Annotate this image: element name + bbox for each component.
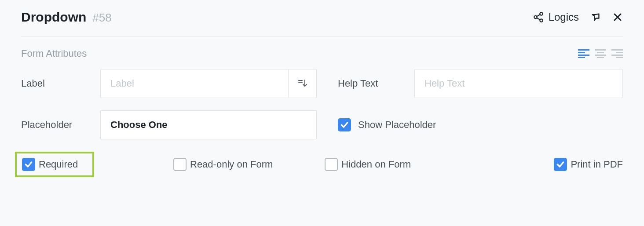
row-label-helptext: Label Help Text (21, 69, 623, 98)
helptext-field-label: Help Text (338, 78, 414, 89)
placeholder-field-label: Placeholder (21, 119, 100, 131)
placeholder-col: Placeholder (21, 110, 317, 139)
label-input-wrap (100, 69, 317, 98)
show-placeholder-label: Show Placeholder (358, 119, 436, 131)
svg-rect-7 (578, 49, 589, 51)
svg-rect-18 (616, 57, 623, 58)
align-right-icon[interactable] (611, 49, 623, 58)
label-col: Label (21, 69, 317, 98)
align-left-icon[interactable] (578, 49, 589, 58)
printpdf-option: Print in PDF (554, 158, 623, 171)
divider (21, 36, 623, 36)
svg-rect-13 (595, 55, 606, 56)
panel-header: Dropdown #58 Logics (21, 10, 623, 25)
show-placeholder-checkbox[interactable] (338, 118, 351, 131)
label-input[interactable] (101, 69, 288, 98)
close-icon[interactable] (612, 12, 623, 22)
helptext-col: Help Text (338, 69, 623, 98)
printpdf-checkbox[interactable] (554, 158, 567, 171)
svg-rect-9 (578, 55, 589, 56)
header-actions: Logics (533, 11, 623, 23)
alignment-group (578, 49, 623, 58)
panel-title: Dropdown (21, 10, 86, 25)
required-checkbox[interactable] (22, 158, 35, 171)
svg-rect-17 (611, 55, 623, 56)
readonly-option: Read-only on Form (173, 158, 273, 171)
logics-button[interactable]: Logics (533, 11, 579, 23)
hidden-checkbox[interactable] (325, 158, 338, 171)
align-center-icon[interactable] (595, 49, 606, 58)
show-placeholder-checkbox-row: Show Placeholder (338, 118, 436, 131)
svg-rect-12 (597, 52, 604, 53)
svg-rect-15 (611, 49, 623, 51)
panel-id: #58 (92, 11, 111, 25)
svg-line-3 (537, 18, 540, 20)
row-placeholder: Placeholder Show Placeholder (21, 110, 623, 139)
placeholder-input-wrap (100, 110, 317, 139)
form-attributes-panel: Dropdown #58 Logics (0, 0, 644, 184)
logics-label: Logics (549, 11, 579, 23)
options-row: Required Read-only on Form Hidden on For… (21, 152, 623, 180)
svg-line-4 (537, 15, 540, 16)
section-header: Form Attributes (21, 48, 623, 59)
required-label: Required (39, 159, 78, 170)
helptext-input-wrap (414, 69, 623, 98)
placeholder-input[interactable] (101, 111, 316, 139)
svg-rect-10 (578, 57, 585, 58)
show-placeholder-col: Show Placeholder (338, 118, 623, 131)
required-option-highlight: Required (15, 152, 94, 177)
helptext-input[interactable] (415, 69, 622, 98)
readonly-label: Read-only on Form (190, 159, 273, 170)
share-icon (533, 11, 544, 23)
pin-icon[interactable] (589, 11, 602, 23)
label-field-label: Label (21, 78, 100, 89)
svg-rect-8 (578, 52, 585, 53)
label-input-addon-icon[interactable] (288, 69, 316, 98)
svg-rect-16 (616, 52, 623, 53)
svg-rect-14 (597, 57, 604, 58)
readonly-checkbox[interactable] (173, 158, 187, 171)
svg-rect-11 (595, 49, 606, 51)
title-group: Dropdown #58 (21, 10, 112, 25)
section-title: Form Attributes (21, 48, 87, 59)
printpdf-label: Print in PDF (571, 159, 623, 170)
hidden-option: Hidden on Form (325, 158, 411, 171)
hidden-label: Hidden on Form (341, 159, 411, 170)
